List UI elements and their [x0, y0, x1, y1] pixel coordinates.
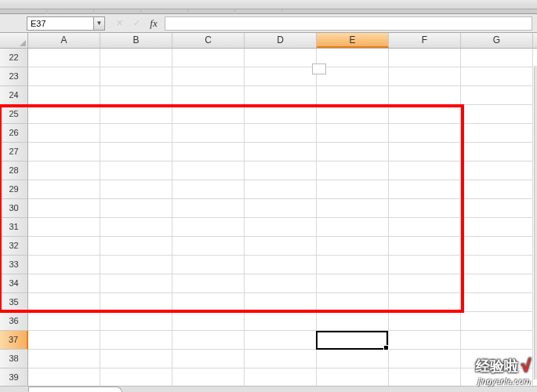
cell-G31[interactable]: [461, 218, 533, 237]
cell-F30[interactable]: [389, 199, 461, 218]
cell-A33[interactable]: [28, 256, 100, 274]
cell-D26[interactable]: [245, 124, 317, 143]
cell-G30[interactable]: [461, 199, 533, 218]
cell-E37[interactable]: [317, 331, 389, 350]
cell-A31[interactable]: [28, 218, 100, 237]
cell-B37[interactable]: [100, 331, 172, 350]
cell-A25[interactable]: [28, 105, 100, 124]
cell-D33[interactable]: [245, 256, 317, 274]
cell-B28[interactable]: [100, 162, 172, 180]
cell-E36[interactable]: [317, 312, 389, 331]
cell-E30[interactable]: [317, 199, 389, 218]
cell-F33[interactable]: [389, 256, 461, 274]
row-header-35[interactable]: 35: [0, 293, 28, 312]
cell-E22[interactable]: [317, 49, 389, 67]
cell-F36[interactable]: [389, 312, 461, 331]
cell-B34[interactable]: [100, 274, 172, 293]
cell-G23[interactable]: [461, 67, 533, 86]
cell-C23[interactable]: [172, 67, 245, 86]
row-header-24[interactable]: 24: [0, 86, 28, 105]
cell-A39[interactable]: [28, 368, 100, 387]
cell-G24[interactable]: [461, 86, 533, 105]
cell-E27[interactable]: [317, 143, 389, 162]
cell-D37[interactable]: [245, 331, 317, 350]
cell-A30[interactable]: [28, 199, 100, 218]
row-header-34[interactable]: 34: [0, 274, 28, 293]
cell-D34[interactable]: [245, 274, 317, 293]
cell-F32[interactable]: [389, 237, 461, 256]
cell-G36[interactable]: [461, 312, 533, 331]
cell-B39[interactable]: [100, 368, 172, 387]
cell-G39[interactable]: [461, 368, 533, 387]
cell-D24[interactable]: [245, 86, 317, 105]
row-header-37[interactable]: 37: [0, 331, 28, 350]
cell-G34[interactable]: [461, 274, 533, 293]
select-all-button[interactable]: [0, 33, 28, 49]
cell-G22[interactable]: [461, 49, 533, 67]
cell-A35[interactable]: [28, 293, 100, 312]
cell-B30[interactable]: [100, 199, 172, 218]
cell-G27[interactable]: [461, 143, 533, 162]
cell-F25[interactable]: [389, 105, 461, 124]
cell-E26[interactable]: [317, 124, 389, 143]
cell-A34[interactable]: [28, 274, 100, 293]
cell-C22[interactable]: [172, 49, 245, 67]
cell-A37[interactable]: [28, 331, 100, 350]
cell-E28[interactable]: [317, 162, 389, 180]
cell-C29[interactable]: [172, 180, 245, 199]
cell-C32[interactable]: [172, 237, 245, 256]
row-header-26[interactable]: 26: [0, 124, 28, 143]
cell-A36[interactable]: [28, 312, 100, 331]
cell-E31[interactable]: [317, 218, 389, 237]
row-header-27[interactable]: 27: [0, 143, 28, 162]
cell-C39[interactable]: [172, 368, 245, 387]
cell-B25[interactable]: [100, 105, 172, 124]
cell-D38[interactable]: [245, 350, 317, 368]
cell-G35[interactable]: [461, 293, 533, 312]
cell-C26[interactable]: [172, 124, 245, 143]
formula-input[interactable]: [165, 16, 532, 31]
cell-C33[interactable]: [172, 256, 245, 274]
cell-A32[interactable]: [28, 237, 100, 256]
row-header-36[interactable]: 36: [0, 312, 28, 331]
column-header-e[interactable]: E: [317, 33, 389, 48]
cell-C35[interactable]: [172, 293, 245, 312]
cell-C37[interactable]: [172, 331, 245, 350]
cell-D22[interactable]: [245, 49, 317, 67]
cell-F24[interactable]: [389, 86, 461, 105]
cell-G28[interactable]: [461, 162, 533, 180]
sheet-tab[interactable]: [28, 387, 122, 392]
cell-C27[interactable]: [172, 143, 245, 162]
cell-F26[interactable]: [389, 124, 461, 143]
cell-D28[interactable]: [245, 162, 317, 180]
cell-F23[interactable]: [389, 67, 461, 86]
name-box[interactable]: E37: [27, 16, 94, 31]
cell-G32[interactable]: [461, 237, 533, 256]
cell-D25[interactable]: [245, 105, 317, 124]
cell-B31[interactable]: [100, 218, 172, 237]
cell-F38[interactable]: [389, 350, 461, 368]
cell-C36[interactable]: [172, 312, 245, 331]
column-header-d[interactable]: D: [245, 33, 317, 48]
cell-F28[interactable]: [389, 162, 461, 180]
cell-B29[interactable]: [100, 180, 172, 199]
autofill-options-button[interactable]: [312, 64, 326, 74]
row-header-39[interactable]: 39: [0, 368, 28, 387]
cell-E33[interactable]: [317, 256, 389, 274]
cell-A26[interactable]: [28, 124, 100, 143]
cell-B35[interactable]: [100, 293, 172, 312]
row-header-33[interactable]: 33: [0, 256, 28, 274]
cell-G33[interactable]: [461, 256, 533, 274]
cell-A22[interactable]: [28, 49, 100, 67]
row-header-23[interactable]: 23: [0, 67, 28, 86]
cell-D23[interactable]: [245, 67, 317, 86]
cell-B33[interactable]: [100, 256, 172, 274]
row-header-31[interactable]: 31: [0, 218, 28, 237]
cell-A29[interactable]: [28, 180, 100, 199]
column-header-c[interactable]: C: [172, 33, 245, 48]
cell-E23[interactable]: [317, 67, 389, 86]
column-header-a[interactable]: A: [28, 33, 100, 48]
cell-C30[interactable]: [172, 199, 245, 218]
row-header-28[interactable]: 28: [0, 162, 28, 180]
cell-A23[interactable]: [28, 67, 100, 86]
